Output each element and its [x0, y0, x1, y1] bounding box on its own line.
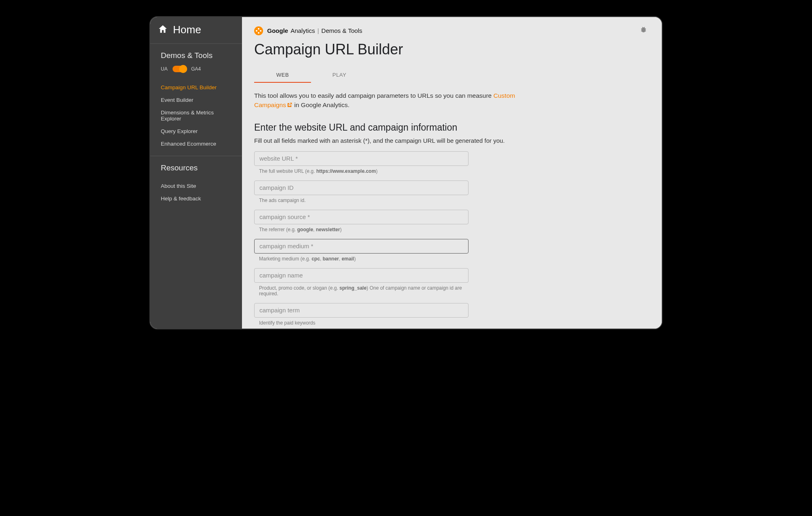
page-title: Campaign URL Builder: [254, 41, 650, 58]
field-campaign-id: The ads campaign id.: [254, 181, 469, 203]
form-title: Enter the website URL and campaign infor…: [254, 122, 650, 133]
sidebar-item-query-explorer[interactable]: Query Explorer: [150, 125, 242, 138]
campaign-id-input[interactable]: [254, 181, 469, 195]
sidebar-item-dimensions-metrics-explorer[interactable]: Dimensions & Metrics Explorer: [150, 106, 242, 125]
brand-suffix: Demos & Tools: [322, 27, 363, 34]
toggle-label-ga4: GA4: [191, 66, 201, 72]
form-fields: The full website URL (e.g. https://www.e…: [254, 151, 650, 326]
sidebar-nav: Campaign URL BuilderEvent BuilderDimensi…: [150, 80, 242, 152]
home-label: Home: [173, 24, 201, 36]
field-campaign-source: The referrer (e.g. google, newsletter): [254, 210, 469, 232]
sidebar-item-help-feedback[interactable]: Help & feedback: [150, 192, 242, 205]
sidebar-item-about-this-site[interactable]: About this Site: [150, 180, 242, 192]
campaign-name-input[interactable]: [254, 268, 469, 283]
brand-bold: Google: [267, 27, 288, 34]
tab-web[interactable]: WEB: [254, 68, 311, 83]
brand-text: Google Analytics | Demos & Tools: [267, 27, 362, 34]
sidebar-section-title: Resources: [161, 163, 231, 172]
brand-light: Analytics: [291, 27, 315, 34]
website-url-input[interactable]: [254, 151, 469, 166]
campaign-source-helper: The referrer (e.g. google, newsletter): [254, 224, 469, 232]
campaign-term-input[interactable]: [254, 303, 469, 318]
sidebar-item-enhanced-ecommerce[interactable]: Enhanced Ecommerce: [150, 138, 242, 150]
topbar: Google Analytics | Demos & Tools: [242, 17, 662, 35]
tabs: WEBPLAY: [254, 68, 650, 83]
field-campaign-name: Product, promo code, or slogan (e.g. spr…: [254, 268, 469, 297]
campaign-medium-input[interactable]: [254, 239, 469, 254]
sidebar: Home Demos & Tools UA GA4 Campaign URL B…: [150, 17, 242, 329]
sidebar-item-campaign-url-builder[interactable]: Campaign URL Builder: [150, 81, 242, 94]
campaign-name-helper: Product, promo code, or slogan (e.g. spr…: [254, 283, 469, 297]
external-link-icon: [287, 101, 292, 110]
campaign-source-input[interactable]: [254, 210, 469, 224]
sidebar-section-demos: Demos & Tools UA GA4: [150, 44, 242, 80]
campaign-medium-helper: Marketing medium (e.g. cpc, banner, emai…: [254, 254, 469, 262]
brand-sep: |: [317, 27, 319, 34]
tab-play[interactable]: PLAY: [311, 68, 368, 83]
page-content: Campaign URL Builder WEBPLAY This tool a…: [242, 35, 662, 329]
sidebar-item-event-builder[interactable]: Event Builder: [150, 94, 242, 106]
field-campaign-term: Identify the paid keywords: [254, 303, 469, 326]
main-content: Google Analytics | Demos & Tools Campaig…: [242, 17, 662, 329]
home-icon: [158, 24, 168, 36]
campaign-term-helper: Identify the paid keywords: [254, 318, 469, 326]
form-subtitle: Fill out all fields marked with an aster…: [254, 137, 650, 144]
toggle-label-ua: UA: [161, 66, 168, 72]
brand[interactable]: Google Analytics | Demos & Tools: [254, 26, 362, 35]
ua-ga4-toggle-row: UA GA4: [161, 66, 231, 72]
app-window: Home Demos & Tools UA GA4 Campaign URL B…: [149, 16, 663, 329]
intro-pre: This tool allows you to easily add campa…: [254, 92, 493, 99]
field-campaign-medium: Marketing medium (e.g. cpc, banner, emai…: [254, 239, 469, 262]
sidebar-section-title: Demos & Tools: [161, 51, 231, 60]
ua-ga4-toggle[interactable]: [173, 66, 186, 72]
bug-report-icon[interactable]: [640, 26, 650, 35]
sidebar-nav-resources: About this SiteHelp & feedback: [150, 178, 242, 206]
campaign-id-helper: The ads campaign id.: [254, 195, 469, 203]
ga-logo-icon: [254, 26, 263, 35]
home-link[interactable]: Home: [150, 17, 242, 44]
website-url-helper: The full website URL (e.g. https://www.e…: [254, 166, 469, 174]
intro-text: This tool allows you to easily add campa…: [254, 91, 546, 111]
field-website-url: The full website URL (e.g. https://www.e…: [254, 151, 469, 174]
intro-post: in Google Analytics.: [292, 101, 349, 108]
